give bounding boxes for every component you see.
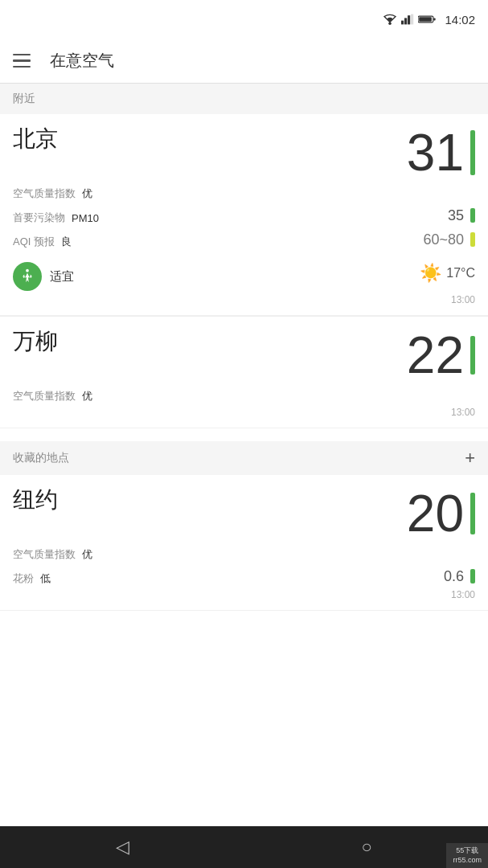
newyork-name: 纽约 — [13, 488, 58, 513]
beijing-temp: 17°C — [446, 266, 475, 280]
beijing-card[interactable]: 北京 31 空气质量指数 优 首要污染物 PM10 35 AQI 预报 良 — [0, 114, 488, 316]
wanliu-name: 万柳 — [13, 330, 58, 354]
wanliu-timestamp: 13:00 — [13, 407, 475, 418]
beijing-aqi-value: 31 — [407, 127, 464, 178]
beijing-weather-row: ☀️ 17°C — [420, 263, 475, 284]
newyork-aqi-col: 20 — [407, 488, 475, 539]
svg-point-8 — [26, 269, 29, 272]
app-title: 在意空气 — [50, 50, 114, 72]
svg-point-0 — [389, 23, 392, 26]
beijing-forecast-quality: 良 — [61, 235, 72, 249]
beijing-pollutant-value: 35 — [448, 207, 464, 224]
favorites-section-header: 收藏的地点 + — [0, 441, 488, 475]
beijing-timestamp: 13:00 — [13, 294, 475, 305]
nearby-section-header: 附近 — [0, 84, 488, 114]
beijing-quality-row: 空气质量指数 优 — [13, 186, 92, 201]
watermark: 55下载 rr55.com — [446, 843, 488, 868]
wanliu-quality-row: 空气质量指数 优 — [13, 389, 92, 403]
app-bar: 在意空气 — [0, 39, 488, 84]
beijing-pollutant-bar — [470, 208, 475, 223]
wanliu-card[interactable]: 万柳 22 空气质量指数 优 13:00 — [0, 317, 488, 428]
bottom-nav: ◁ ○ 55下载 rr55.com — [0, 826, 488, 868]
favorites-label: 收藏的地点 — [13, 451, 69, 465]
newyork-pollen-quality: 低 — [40, 571, 51, 586]
beijing-forecast-row: AQI 预报 良 — [13, 235, 72, 249]
newyork-pollen-label: 花粉 — [13, 571, 34, 586]
svg-rect-1 — [401, 21, 404, 25]
wanliu-aqi-value: 22 — [407, 330, 464, 381]
wifi-icon — [383, 14, 397, 25]
newyork-pollen-bar — [470, 569, 475, 583]
newyork-card[interactable]: 纽约 20 空气质量指数 优 花粉 低 0.6 13:00 — [0, 475, 488, 611]
svg-rect-6 — [434, 18, 436, 20]
menu-button[interactable] — [13, 54, 31, 68]
beijing-name: 北京 — [13, 127, 58, 152]
beijing-aqi-quality: 优 — [82, 186, 92, 201]
newyork-aqi-bar — [470, 493, 475, 534]
beijing-pollutant-label: 首要污染物 — [13, 211, 65, 225]
wanliu-aqi-quality: 优 — [82, 389, 92, 403]
status-icons: 14:02 — [383, 13, 475, 27]
home-button[interactable]: ○ — [342, 830, 392, 864]
newyork-pollen-value: 0.6 — [444, 568, 464, 585]
beijing-forecast-bar — [470, 232, 475, 247]
sun-icon: ☀️ — [420, 263, 441, 284]
signal-icon — [401, 14, 414, 25]
status-time: 14:02 — [445, 13, 475, 27]
add-favorite-button[interactable]: + — [465, 449, 475, 467]
wanliu-aqi-col: 22 — [407, 330, 475, 381]
beijing-activity-label: 适宜 — [50, 269, 74, 285]
nearby-label: 附近 — [13, 92, 35, 106]
wanliu-aqi-bar — [470, 336, 475, 375]
svg-rect-7 — [420, 17, 433, 22]
newyork-aqi-quality: 优 — [82, 547, 92, 562]
newyork-aqi-value: 20 — [407, 488, 464, 539]
activity-icon — [13, 262, 42, 291]
beijing-pollutant-row: 首要污染物 PM10 — [13, 211, 99, 225]
svg-rect-4 — [411, 14, 413, 25]
wanliu-aqi-label: 空气质量指数 — [13, 389, 76, 403]
newyork-aqi-label: 空气质量指数 — [13, 547, 76, 562]
newyork-pollen-row: 花粉 低 — [13, 571, 51, 586]
beijing-aqi-label: 空气质量指数 — [13, 186, 76, 201]
back-button[interactable]: ◁ — [96, 830, 149, 864]
beijing-activity-row: 适宜 — [13, 262, 74, 291]
battery-icon — [418, 14, 436, 25]
svg-rect-3 — [408, 15, 410, 24]
beijing-forecast-label: AQI 预报 — [13, 235, 55, 249]
svg-rect-2 — [404, 18, 407, 24]
beijing-aqi-bar — [470, 130, 475, 175]
newyork-timestamp: 13:00 — [13, 589, 475, 600]
beijing-aqi-col: 31 — [407, 127, 475, 178]
status-bar: 14:02 — [0, 0, 488, 39]
beijing-forecast-range: 60~80 — [423, 231, 464, 248]
beijing-pollutant-name: PM10 — [72, 212, 99, 224]
newyork-quality-row: 空气质量指数 优 — [13, 547, 92, 562]
